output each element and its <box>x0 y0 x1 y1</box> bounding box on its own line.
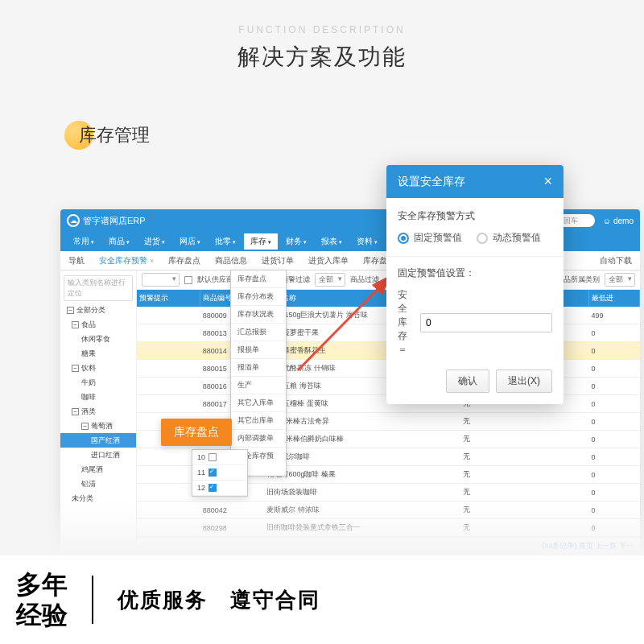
category-search-input[interactable]: 输入类别名称进行定位 <box>64 275 133 301</box>
table-cell <box>137 307 200 324</box>
table-cell: 0 <box>588 360 639 378</box>
dropdown-item[interactable]: 报溢单 <box>231 359 286 377</box>
dialog-title: 设置安全库存 <box>398 175 465 189</box>
tab-nav[interactable]: 导航 <box>65 252 88 270</box>
table-cell <box>137 360 200 378</box>
tree-grape[interactable]: −葡萄酒 <box>60 419 136 433</box>
table-cell: 72g糙米棒伯爵奶白味棒 <box>264 431 460 448</box>
tab-purchase-order[interactable]: 进货订单 <box>258 252 297 270</box>
table-cell: 499 <box>588 307 639 324</box>
bottom-banner: 多年经验 优质服务 遵守合同 <box>0 555 644 644</box>
radio-fixed[interactable]: 固定预警值 <box>398 231 462 245</box>
filter-category-select[interactable]: 全部 <box>605 273 635 287</box>
menu-purchase[interactable]: 进货 <box>138 233 171 250</box>
user-icon: ☺ <box>603 217 611 225</box>
confirm-button[interactable]: 确认 <box>446 369 489 393</box>
checkbox[interactable] <box>208 453 217 461</box>
table-cell <box>538 519 588 537</box>
tree-drink[interactable]: −饮料 <box>60 361 136 375</box>
safety-stock-dialog: 设置安全库存 × 安全库存预警方式 固定预警值 动态预警值 固定预警值设置： 安… <box>386 165 564 404</box>
tab-stock-check[interactable]: 库存盘点 <box>165 252 204 270</box>
tree-food[interactable]: −食品 <box>60 317 136 332</box>
menu-product[interactable]: 商品 <box>102 233 136 250</box>
tab-product-info[interactable]: 商品信息 <box>212 252 250 270</box>
dropdown-item[interactable]: 库存盘点 <box>231 270 286 288</box>
table-cell: 0 <box>588 324 639 342</box>
cancel-button[interactable]: 退出(X) <box>496 369 552 393</box>
tree-red-domestic[interactable]: 国产红酒 <box>60 433 136 448</box>
tree-snack[interactable]: 休闲零食 <box>60 332 136 346</box>
dropdown-item[interactable]: 汇总报损 <box>231 324 286 341</box>
list-item[interactable]: 10 <box>192 450 247 465</box>
table-cell <box>538 413 588 431</box>
dialog-header: 设置安全库存 × <box>386 165 564 198</box>
table-cell: 麦斯威尔 特浓味 <box>264 502 460 519</box>
table-cell: 花地湾600g咖啡 榛果 <box>264 466 460 484</box>
table-pager[interactable]: (44条记录) 首页 上一页 下一 <box>137 537 640 555</box>
filter-warn-select[interactable]: 全部 <box>315 273 345 287</box>
table-cell: 0 <box>588 431 639 448</box>
close-icon[interactable]: × <box>543 173 552 190</box>
list-item[interactable]: 11 <box>192 465 247 481</box>
float-stock-check-button[interactable]: 库存盘点 <box>161 419 232 446</box>
tree-red-import[interactable]: 进口红酒 <box>60 448 136 462</box>
th-warn[interactable]: 预警提示 <box>137 290 200 307</box>
menu-shop[interactable]: 网店 <box>173 233 207 250</box>
tab-safety-stock[interactable]: 安全库存预警× <box>96 252 157 270</box>
tree-wine[interactable]: −酒类 <box>60 404 136 419</box>
menu-data[interactable]: 资料 <box>350 233 384 250</box>
slogan-left: 多年经验 <box>16 569 68 631</box>
tree-sake[interactable]: 铝清 <box>60 477 136 491</box>
table-cell: 无 <box>460 448 538 466</box>
menu-common[interactable]: 常用 <box>67 233 101 250</box>
divider <box>386 256 564 257</box>
filter-empty[interactable] <box>142 273 180 287</box>
tree-uncat[interactable]: 未分类 <box>60 491 136 506</box>
menu-report[interactable]: 报表 <box>315 233 349 250</box>
slogan-divider <box>92 576 93 624</box>
radio-dynamic[interactable]: 动态预警值 <box>477 231 541 245</box>
table-cell <box>538 448 588 466</box>
table-cell <box>137 466 200 484</box>
section-label-text: 库存管理 <box>79 123 150 147</box>
filter-checkbox[interactable] <box>184 276 192 284</box>
table-cell: 0 <box>588 484 639 502</box>
dropdown-item[interactable]: 其它出库单 <box>231 412 286 430</box>
menu-finance[interactable]: 财务 <box>279 233 313 250</box>
radio-icon <box>398 233 409 244</box>
checkbox[interactable] <box>208 484 217 492</box>
dropdown-item[interactable]: 内部调拨单 <box>231 430 286 448</box>
tree-coffee[interactable]: 咖啡 <box>60 390 136 404</box>
dropdown-item[interactable]: 生产 <box>231 377 286 394</box>
table-row[interactable]: 880042麦斯威尔 特浓味无0 <box>137 502 640 519</box>
tree-cocktail[interactable]: 鸡尾酒 <box>60 462 136 477</box>
table-cell <box>538 484 588 502</box>
table-cell: 880298 <box>200 519 265 537</box>
dropdown-item[interactable]: 报损单 <box>231 341 286 359</box>
erp-logo-text: 管字谱网店ERP <box>83 215 146 227</box>
close-icon[interactable]: × <box>150 257 154 265</box>
table-cell <box>137 448 200 466</box>
cloud-icon: ☁ <box>67 214 80 227</box>
tab-inbound[interactable]: 进货入库单 <box>305 252 352 270</box>
dropdown-item[interactable]: 其它入库单 <box>231 394 286 412</box>
dropdown-item[interactable]: 库存状况表 <box>231 306 286 324</box>
table-cell: 旧街场袋装咖啡 <box>264 484 460 502</box>
dropdown-item[interactable]: 库存分布表 <box>231 288 286 306</box>
menu-inventory[interactable]: 库存 <box>244 233 278 250</box>
tree-candy[interactable]: 糖果 <box>60 346 136 361</box>
th-min[interactable]: 最低进 <box>588 290 639 307</box>
user-badge[interactable]: ☺ demo <box>603 217 634 225</box>
list-item[interactable]: 12 <box>192 481 247 496</box>
tab-auto-download[interactable]: 自动下载 <box>597 252 635 270</box>
user-name: demo <box>613 217 634 225</box>
menu-retail[interactable]: 批零 <box>208 233 242 250</box>
table-row[interactable]: 880298旧街咖啡袋装意式拿铁三合一无0 <box>137 519 640 537</box>
sub-dropdown: 10 11 12 <box>192 449 248 497</box>
header-cn: 解决方案及功能 <box>0 42 644 72</box>
safety-stock-input[interactable] <box>420 313 552 332</box>
table-cell: 麦斯威尔咖啡 <box>264 448 460 466</box>
tree-root[interactable]: −全部分类 <box>60 303 136 317</box>
tree-milk[interactable]: 牛奶 <box>60 375 136 390</box>
checkbox[interactable] <box>208 469 217 477</box>
